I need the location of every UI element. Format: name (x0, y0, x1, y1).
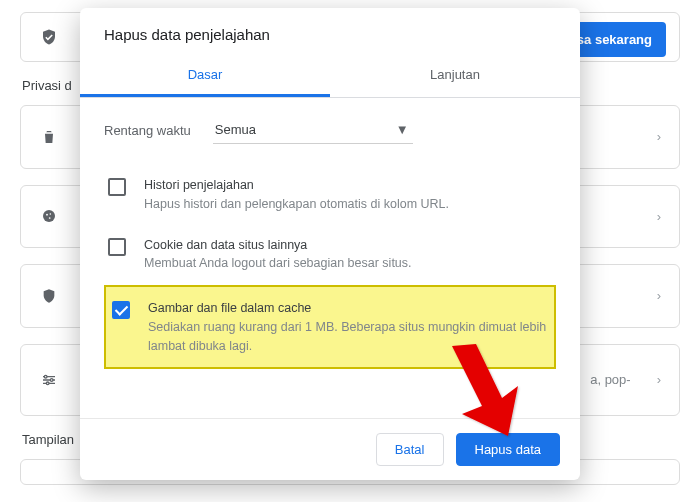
svg-point-3 (49, 218, 51, 220)
clear-data-button[interactable]: Hapus data (456, 433, 561, 466)
checkbox-cookies[interactable] (108, 238, 126, 256)
option-desc: Hapus histori dan pelengkapan otomatis d… (144, 195, 449, 214)
option-desc: Sediakan ruang kurang dari 1 MB. Beberap… (148, 318, 550, 356)
tab-basic[interactable]: Dasar (80, 57, 330, 97)
clear-browsing-data-dialog: Hapus data penjelajahan Dasar Lanjutan R… (80, 8, 580, 480)
checkbox-browsing-history[interactable] (108, 178, 126, 196)
svg-point-1 (46, 214, 48, 216)
svg-point-2 (50, 214, 52, 216)
dialog-footer: Batal Hapus data (80, 418, 580, 480)
chevron-right-icon: › (657, 129, 661, 144)
svg-point-4 (44, 375, 47, 378)
option-desc: Membuat Anda logout dari sebagian besar … (144, 254, 412, 273)
trash-icon (39, 127, 59, 147)
cookie-icon (39, 206, 59, 226)
option-cookies[interactable]: Cookie dan data situs lainnya Membuat An… (104, 226, 556, 286)
sliders-icon (39, 370, 59, 390)
caret-down-icon: ▼ (396, 122, 409, 137)
checkbox-cached-images[interactable] (112, 301, 130, 319)
svg-point-0 (43, 210, 55, 222)
dialog-title: Hapus data penjelajahan (80, 8, 580, 57)
option-title: Gambar dan file dalam cache (148, 299, 550, 318)
time-range-select[interactable]: Semua ▼ (213, 116, 413, 144)
chevron-right-icon: › (657, 209, 661, 224)
time-range-label: Rentang waktu (104, 123, 191, 138)
svg-point-5 (50, 378, 53, 381)
option-cached-images[interactable]: Gambar dan file dalam cache Sediakan rua… (104, 285, 556, 369)
bg-row-trail: a, pop- (590, 372, 630, 387)
shield-check-icon (39, 27, 59, 47)
option-title: Cookie dan data situs lainnya (144, 236, 412, 255)
chevron-right-icon: › (657, 288, 661, 303)
dialog-tabs: Dasar Lanjutan (80, 57, 580, 98)
option-title: Histori penjelajahan (144, 176, 449, 195)
option-browsing-history[interactable]: Histori penjelajahan Hapus histori dan p… (104, 166, 556, 226)
cancel-button[interactable]: Batal (376, 433, 444, 466)
svg-point-6 (46, 382, 49, 385)
chevron-right-icon: › (657, 372, 661, 387)
shield-icon (39, 286, 59, 306)
time-range-value: Semua (215, 122, 256, 137)
tab-advanced[interactable]: Lanjutan (330, 57, 580, 97)
